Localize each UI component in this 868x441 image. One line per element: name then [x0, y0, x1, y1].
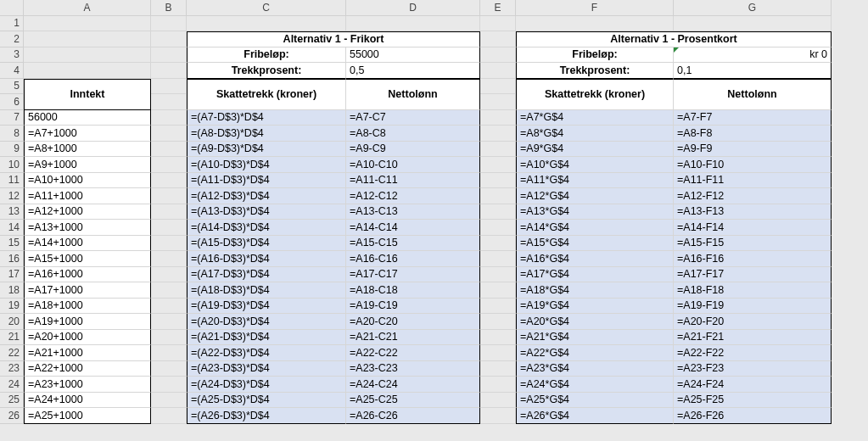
cell-B23[interactable] — [151, 361, 187, 377]
cell-A9[interactable]: =A8+1000 — [24, 142, 151, 158]
cell-E23[interactable] — [480, 361, 516, 377]
row-head-11[interactable]: 11 — [0, 173, 24, 189]
row-head-12[interactable]: 12 — [0, 188, 24, 204]
cell-F21[interactable]: =A21*G$4 — [516, 330, 674, 346]
cell-F23[interactable]: =A23*G$4 — [516, 361, 674, 377]
cell-G24[interactable]: =A24-F24 — [674, 377, 832, 393]
cell-C17[interactable]: =(A17-D$3)*D$4 — [187, 267, 346, 283]
row-head-2[interactable]: 2 — [0, 31, 24, 47]
cell-D12[interactable]: =A12-C12 — [346, 188, 480, 204]
cell-E9[interactable] — [480, 142, 516, 158]
row-head-10[interactable]: 10 — [0, 157, 24, 173]
cell-B21[interactable] — [151, 330, 187, 346]
cell-D25[interactable]: =A25-C25 — [346, 393, 480, 409]
row-head-21[interactable]: 21 — [0, 330, 24, 346]
cell-E25[interactable] — [480, 393, 516, 409]
cell-A16[interactable]: =A15+1000 — [24, 251, 151, 267]
col-head-E[interactable]: E — [480, 0, 516, 16]
cell-G16[interactable]: =A16-F16 — [674, 251, 832, 267]
cell-E22[interactable] — [480, 345, 516, 361]
cell-B15[interactable] — [151, 236, 187, 252]
row-head-20[interactable]: 20 — [0, 314, 24, 330]
spreadsheet-grid[interactable]: ABCDEFG12Alternativ 1 - FrikortAlternati… — [0, 0, 868, 424]
cell-D26[interactable]: =A26-C26 — [346, 408, 480, 424]
cell-A22[interactable]: =A21+1000 — [24, 345, 151, 361]
cell-G15[interactable]: =A15-F15 — [674, 236, 832, 252]
cell-C24[interactable]: =(A24-D$3)*D$4 — [187, 377, 346, 393]
cell-F11[interactable]: =A11*G$4 — [516, 173, 674, 189]
cell-F10[interactable]: =A10*G$4 — [516, 157, 674, 173]
cell-F19[interactable]: =A19*G$4 — [516, 299, 674, 315]
row-head-23[interactable]: 23 — [0, 361, 24, 377]
cell-C10[interactable]: =(A10-D$3)*D$4 — [187, 157, 346, 173]
block1-fribelop-value[interactable]: 55000 — [346, 47, 480, 64]
row-head-3[interactable]: 3 — [0, 47, 24, 64]
cell-G23[interactable]: =A23-F23 — [674, 361, 832, 377]
cell-E14[interactable] — [480, 220, 516, 236]
cell-G11[interactable]: =A11-F11 — [674, 173, 832, 189]
cell-C12[interactable]: =(A12-D$3)*D$4 — [187, 188, 346, 204]
cell-F26[interactable]: =A26*G$4 — [516, 408, 674, 424]
cell-B22[interactable] — [151, 345, 187, 361]
cell-B10[interactable] — [151, 157, 187, 173]
row-head-9[interactable]: 9 — [0, 142, 24, 158]
cell-G7[interactable]: =A7-F7 — [674, 110, 832, 126]
cell-B8[interactable] — [151, 126, 187, 142]
cell-F22[interactable]: =A22*G$4 — [516, 345, 674, 361]
cell-B7[interactable] — [151, 110, 187, 126]
row-head-5[interactable]: 5 — [0, 79, 24, 95]
cell-F1[interactable] — [516, 16, 674, 32]
cell-F7[interactable]: =A7*G$4 — [516, 110, 674, 126]
cell-B12[interactable] — [151, 188, 187, 204]
cell-G25[interactable]: =A25-F25 — [674, 393, 832, 409]
cell-G17[interactable]: =A17-F17 — [674, 267, 832, 283]
cell-B14[interactable] — [151, 220, 187, 236]
cell-B5[interactable] — [151, 79, 187, 95]
cell-F8[interactable]: =A8*G$4 — [516, 126, 674, 142]
row-head-16[interactable]: 16 — [0, 251, 24, 267]
row-head-4[interactable]: 4 — [0, 63, 24, 79]
cell-B20[interactable] — [151, 314, 187, 330]
cell-D14[interactable]: =A14-C14 — [346, 220, 480, 236]
block2-trekk-value[interactable]: 0,1 — [674, 63, 832, 79]
cell-A8[interactable]: =A7+1000 — [24, 126, 151, 142]
cell-D18[interactable]: =A18-C18 — [346, 282, 480, 299]
cell-A13[interactable]: =A12+1000 — [24, 204, 151, 220]
cell-F17[interactable]: =A17*G$4 — [516, 267, 674, 283]
cell-C19[interactable]: =(A19-D$3)*D$4 — [187, 299, 346, 315]
cell-C18[interactable]: =(A18-D$3)*D$4 — [187, 282, 346, 299]
cell-A4[interactable] — [24, 63, 151, 79]
cell-B25[interactable] — [151, 393, 187, 409]
cell-A7[interactable]: 56000 — [24, 110, 151, 126]
cell-F25[interactable]: =A25*G$4 — [516, 393, 674, 409]
cell-B11[interactable] — [151, 173, 187, 189]
cell-F24[interactable]: =A24*G$4 — [516, 377, 674, 393]
cell-D11[interactable]: =A11-C11 — [346, 173, 480, 189]
cell-A26[interactable]: =A25+1000 — [24, 408, 151, 424]
cell-D20[interactable]: =A20-C20 — [346, 314, 480, 330]
cell-G18[interactable]: =A18-F18 — [674, 282, 832, 299]
cell-D7[interactable]: =A7-C7 — [346, 110, 480, 126]
cell-E15[interactable] — [480, 236, 516, 252]
cell-C14[interactable]: =(A14-D$3)*D$4 — [187, 220, 346, 236]
row-head-17[interactable]: 17 — [0, 267, 24, 283]
cell-C1[interactable] — [187, 16, 346, 32]
cell-E7[interactable] — [480, 110, 516, 126]
cell-A25[interactable]: =A24+1000 — [24, 393, 151, 409]
cell-B2[interactable] — [151, 31, 187, 47]
cell-C9[interactable]: =(A9-D$3)*D$4 — [187, 142, 346, 158]
cell-A14[interactable]: =A13+1000 — [24, 220, 151, 236]
cell-A20[interactable]: =A19+1000 — [24, 314, 151, 330]
cell-E13[interactable] — [480, 204, 516, 220]
cell-E1[interactable] — [480, 16, 516, 32]
row-head-24[interactable]: 24 — [0, 377, 24, 393]
cell-G13[interactable]: =A13-F13 — [674, 204, 832, 220]
row-head-18[interactable]: 18 — [0, 282, 24, 299]
row-head-25[interactable]: 25 — [0, 393, 24, 409]
cell-F12[interactable]: =A12*G$4 — [516, 188, 674, 204]
cell-B26[interactable] — [151, 408, 187, 424]
cell-C7[interactable]: =(A7-D$3)*D$4 — [187, 110, 346, 126]
cell-C8[interactable]: =(A8-D$3)*D$4 — [187, 126, 346, 142]
cell-E24[interactable] — [480, 377, 516, 393]
cell-D13[interactable]: =A13-C13 — [346, 204, 480, 220]
